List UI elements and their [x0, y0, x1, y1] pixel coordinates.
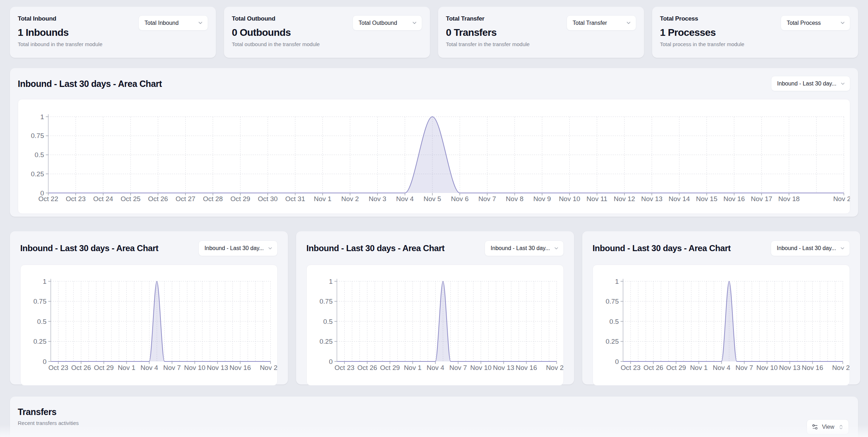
view-button[interactable]: View [807, 419, 849, 435]
svg-text:0.75: 0.75 [606, 298, 619, 305]
svg-text:0.75: 0.75 [33, 298, 47, 305]
svg-text:1: 1 [43, 278, 47, 285]
svg-text:Nov 11: Nov 11 [586, 195, 607, 203]
svg-text:Oct 26: Oct 26 [643, 364, 663, 371]
svg-text:Nov 18: Nov 18 [778, 195, 799, 203]
inbound-chart-panel-small-2: Inbound - Last 30 days - Area Chart Inbo… [296, 231, 574, 385]
svg-text:Oct 29: Oct 29 [230, 195, 250, 203]
plot-area: 00.250.50.751Oct 23Oct 26Oct 29Nov 1Nov … [306, 265, 564, 386]
plot-area: 00.250.50.751Oct 23Oct 26Oct 29Nov 1Nov … [20, 265, 278, 386]
svg-text:Nov 13: Nov 13 [207, 364, 228, 371]
chevron-down-icon [626, 20, 632, 26]
chart-range-select[interactable]: Inbound - Last 30 day... [771, 76, 850, 91]
svg-text:Nov 1: Nov 1 [314, 195, 332, 203]
stat-label: Total Outbound [232, 15, 320, 22]
svg-text:0.5: 0.5 [37, 318, 47, 325]
svg-text:Oct 25: Oct 25 [121, 195, 141, 203]
svg-text:Nov 13: Nov 13 [493, 364, 514, 371]
svg-text:0.25: 0.25 [31, 170, 44, 178]
total-outbound-select[interactable]: Total Outbound [353, 15, 422, 31]
stat-info: Total Inbound 1 Inbounds Total inbound i… [18, 15, 102, 48]
stat-value: 0 Outbounds [232, 27, 320, 38]
svg-text:Nov 5: Nov 5 [424, 195, 441, 203]
svg-text:Nov 10: Nov 10 [184, 364, 205, 371]
chart-range-select[interactable]: Inbound - Last 30 day... [485, 240, 564, 256]
svg-text:0: 0 [329, 358, 333, 365]
svg-text:0.5: 0.5 [610, 318, 619, 325]
stat-label: Total Process [660, 15, 744, 22]
stat-value: 1 Processes [660, 27, 744, 38]
total-inbound-select[interactable]: Total Inbound [138, 15, 208, 31]
select-value: Total Process [787, 20, 821, 26]
chart-title: Inbound - Last 30 days - Area Chart [18, 78, 162, 89]
svg-text:Nov 20: Nov 20 [260, 364, 277, 371]
svg-text:Nov 4: Nov 4 [427, 364, 444, 371]
inbound-chart-panel-small-3: Inbound - Last 30 days - Area Chart Inbo… [582, 231, 860, 385]
svg-text:0.5: 0.5 [35, 151, 44, 159]
svg-text:Oct 23: Oct 23 [621, 364, 640, 371]
svg-text:1: 1 [329, 278, 333, 285]
svg-text:Nov 9: Nov 9 [533, 195, 551, 203]
stat-description: Total process in the transfer module [660, 41, 744, 48]
svg-text:Oct 23: Oct 23 [66, 195, 86, 203]
total-transfer-select[interactable]: Total Transfer [567, 15, 636, 31]
svg-text:Oct 29: Oct 29 [380, 364, 400, 371]
stat-label: Total Inbound [18, 15, 102, 22]
svg-text:Nov 7: Nov 7 [736, 364, 753, 371]
svg-text:Oct 28: Oct 28 [203, 195, 223, 203]
stat-info: Total Transfer 0 Transfers Total transfe… [446, 15, 530, 48]
svg-text:Oct 29: Oct 29 [94, 364, 114, 371]
svg-text:Nov 15: Nov 15 [696, 195, 717, 203]
svg-text:Oct 22: Oct 22 [38, 195, 58, 203]
svg-text:Nov 10: Nov 10 [756, 364, 777, 371]
svg-text:Oct 23: Oct 23 [334, 364, 354, 371]
stat-cards-row: Total Inbound 1 Inbounds Total inbound i… [10, 7, 858, 58]
transfers-panel: Transfers Recent transfers activities Vi… [10, 397, 858, 437]
sliders-icon [812, 424, 818, 430]
svg-text:Nov 20: Nov 20 [833, 195, 850, 203]
chart-range-select[interactable]: Inbound - Last 30 day... [771, 240, 850, 256]
svg-text:Nov 7: Nov 7 [479, 195, 496, 203]
svg-text:Nov 2: Nov 2 [341, 195, 359, 203]
inbound-chart-panel-small-1: Inbound - Last 30 days - Area Chart Inbo… [10, 231, 288, 385]
total-process-select[interactable]: Total Process [781, 15, 850, 31]
svg-text:Nov 4: Nov 4 [141, 364, 158, 371]
svg-text:Oct 24: Oct 24 [93, 195, 113, 203]
svg-text:0.25: 0.25 [33, 338, 47, 345]
chevron-down-icon [840, 245, 845, 251]
inbound-area-chart-large: 00.250.50.751Oct 22Oct 23Oct 24Oct 25Oct… [18, 99, 850, 213]
svg-text:0.5: 0.5 [323, 318, 333, 325]
select-value: Total Transfer [573, 20, 607, 26]
svg-text:Nov 16: Nov 16 [516, 364, 537, 371]
svg-text:1: 1 [40, 113, 44, 121]
view-button-label: View [822, 424, 834, 430]
transfers-title: Transfers [18, 406, 849, 417]
svg-text:Oct 26: Oct 26 [357, 364, 377, 371]
dashboard-page: Total Inbound 1 Inbounds Total inbound i… [0, 0, 868, 437]
svg-text:Oct 31: Oct 31 [285, 195, 305, 203]
svg-text:Oct 23: Oct 23 [48, 364, 68, 371]
svg-text:Nov 1: Nov 1 [118, 364, 136, 371]
svg-text:0.25: 0.25 [606, 338, 619, 345]
svg-text:0: 0 [615, 358, 619, 365]
chart-title: Inbound - Last 30 days - Area Chart [306, 243, 444, 254]
svg-text:Nov 16: Nov 16 [230, 364, 251, 371]
svg-text:Nov 8: Nov 8 [506, 195, 524, 203]
select-value: Inbound - Last 30 day... [777, 81, 836, 87]
stat-description: Total outbound in the transfer module [232, 41, 320, 48]
svg-text:Nov 3: Nov 3 [369, 195, 386, 203]
svg-text:0.25: 0.25 [320, 338, 333, 345]
chevron-down-icon [197, 20, 203, 26]
select-value: Inbound - Last 30 day... [777, 245, 836, 251]
chart-range-select[interactable]: Inbound - Last 30 day... [198, 240, 278, 256]
stat-card-total-inbound: Total Inbound 1 Inbounds Total inbound i… [10, 7, 216, 58]
chevron-down-icon [840, 20, 846, 26]
svg-text:Nov 7: Nov 7 [163, 364, 181, 371]
svg-text:Nov 4: Nov 4 [713, 364, 731, 371]
stat-description: Total inbound in the transfer module [18, 41, 102, 48]
chevron-down-icon [553, 245, 559, 251]
plot-area: 00.250.50.751Oct 22Oct 23Oct 24Oct 25Oct… [18, 99, 850, 214]
panel-header: Inbound - Last 30 days - Area Chart Inbo… [20, 240, 278, 256]
svg-text:Nov 13: Nov 13 [779, 364, 800, 371]
svg-text:Oct 29: Oct 29 [666, 364, 686, 371]
